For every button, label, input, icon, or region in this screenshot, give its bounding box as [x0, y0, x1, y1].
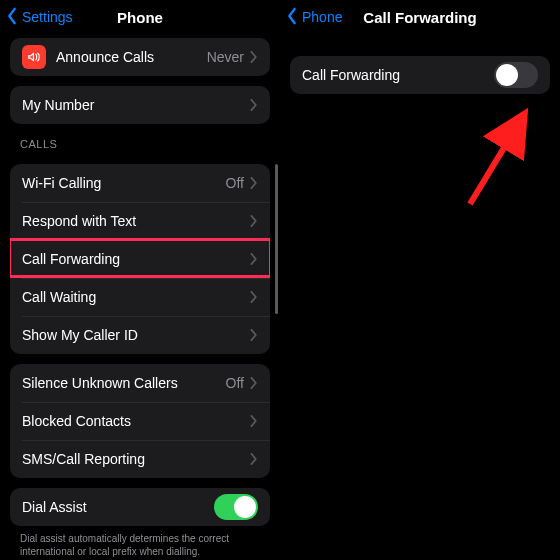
row-label: Call Forwarding [302, 67, 400, 83]
announce-icon [22, 45, 46, 69]
row-my-number[interactable]: My Number [10, 86, 270, 124]
row-silence-unknown[interactable]: Silence Unknown Callers Off [10, 364, 270, 402]
row-label: Dial Assist [22, 499, 87, 515]
chevron-left-icon [6, 7, 22, 28]
row-label: Wi-Fi Calling [22, 175, 101, 191]
content-scroll: Call Forwarding [280, 34, 560, 560]
row-call-forwarding-toggle[interactable]: Call Forwarding [290, 56, 550, 94]
chevron-right-icon [250, 329, 258, 341]
page-title: Phone [117, 9, 163, 26]
row-show-caller-id[interactable]: Show My Caller ID [10, 316, 270, 354]
screen-call-forwarding: Phone Call Forwarding Call Forwarding [280, 0, 560, 560]
content-scroll: Announce Calls Never My Number CALLS Wi-… [0, 34, 280, 560]
scrollbar[interactable] [275, 164, 278, 314]
dial-assist-toggle[interactable] [214, 494, 258, 520]
row-call-waiting[interactable]: Call Waiting [10, 278, 270, 316]
row-label: Respond with Text [22, 213, 136, 229]
chevron-right-icon [250, 415, 258, 427]
chevron-right-icon [250, 177, 258, 189]
annotation-arrow [450, 104, 540, 214]
back-button[interactable]: Settings [6, 0, 73, 34]
chevron-right-icon [250, 99, 258, 111]
row-call-forwarding[interactable]: Call Forwarding [10, 240, 270, 278]
row-label: Call Waiting [22, 289, 96, 305]
chevron-right-icon [250, 291, 258, 303]
chevron-right-icon [250, 377, 258, 389]
row-blocked-contacts[interactable]: Blocked Contacts [10, 402, 270, 440]
navbar: Phone Call Forwarding [280, 0, 560, 34]
page-title: Call Forwarding [363, 9, 476, 26]
row-dial-assist[interactable]: Dial Assist [10, 488, 270, 526]
back-label: Settings [22, 9, 73, 25]
chevron-left-icon [286, 7, 302, 28]
row-respond-with-text[interactable]: Respond with Text [10, 202, 270, 240]
row-label: My Number [22, 97, 94, 113]
row-value: Off [226, 375, 244, 391]
row-label: SMS/Call Reporting [22, 451, 145, 467]
row-label: Silence Unknown Callers [22, 375, 178, 391]
row-wifi-calling[interactable]: Wi-Fi Calling Off [10, 164, 270, 202]
section-header-calls: CALLS [0, 124, 280, 154]
row-label: Announce Calls [56, 49, 154, 65]
navbar: Settings Phone [0, 0, 280, 34]
chevron-right-icon [250, 453, 258, 465]
row-value: Never [207, 49, 244, 65]
row-label: Call Forwarding [22, 251, 120, 267]
chevron-right-icon [250, 215, 258, 227]
row-sms-call-reporting[interactable]: SMS/Call Reporting [10, 440, 270, 478]
chevron-right-icon [250, 253, 258, 265]
screen-phone-settings: Settings Phone Announce Calls Never My N [0, 0, 280, 560]
chevron-right-icon [250, 51, 258, 63]
back-button[interactable]: Phone [286, 0, 342, 34]
svg-line-0 [470, 118, 522, 204]
dial-assist-note: Dial assist automatically determines the… [0, 526, 280, 558]
call-forwarding-toggle[interactable] [494, 62, 538, 88]
row-label: Blocked Contacts [22, 413, 131, 429]
row-announce-calls[interactable]: Announce Calls Never [10, 38, 270, 76]
back-label: Phone [302, 9, 342, 25]
row-label: Show My Caller ID [22, 327, 138, 343]
row-value: Off [226, 175, 244, 191]
